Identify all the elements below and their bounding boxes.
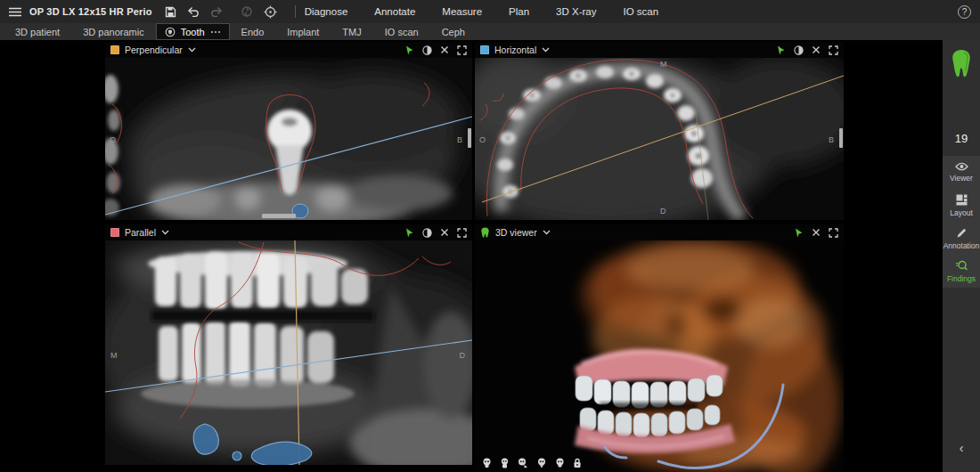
fullscreen-icon[interactable] <box>829 45 838 55</box>
lock-icon[interactable] <box>573 458 582 468</box>
help-icon[interactable]: ? <box>958 5 971 19</box>
titlebar: OP 3D LX 12x15 HR Perio Diagnose Annotat… <box>0 0 980 23</box>
viewport-parallel-tools <box>404 228 467 238</box>
sync-icon[interactable] <box>241 5 253 18</box>
chevron-down-icon[interactable] <box>161 230 169 235</box>
tab-implant[interactable]: Implant <box>275 23 331 40</box>
toolbar <box>165 5 277 19</box>
orientation-label-m: M <box>660 60 667 69</box>
toggle-skull-icon[interactable] <box>482 458 492 468</box>
menu-item-annotate[interactable]: Annotate <box>374 6 415 17</box>
viewport-3d-viewer: 3D viewer <box>475 224 844 472</box>
viewport-perpendicular-tools <box>404 45 467 55</box>
more-options-icon[interactable] <box>210 30 221 34</box>
sidebar-item-label: Findings <box>947 274 976 283</box>
pointer-tool-icon[interactable] <box>776 45 786 55</box>
contrast-icon[interactable] <box>794 45 804 55</box>
3d-layer-toolbar <box>482 458 582 468</box>
orientation-label-o: O <box>110 135 116 144</box>
fullscreen-icon[interactable] <box>457 228 467 238</box>
viewport-3d-tools <box>794 228 838 238</box>
tab-ceph[interactable]: Ceph <box>430 23 477 40</box>
eye-icon <box>955 162 968 171</box>
contrast-icon[interactable] <box>422 228 432 238</box>
viewport-horizontal-tools <box>776 45 838 55</box>
redo-icon[interactable] <box>210 6 223 17</box>
perpendicular-ct-image[interactable] <box>105 58 472 220</box>
chevron-down-icon[interactable] <box>543 230 551 235</box>
viewport-3d-label[interactable]: 3D viewer <box>495 227 537 238</box>
app-title: OP 3D LX 12x15 HR Perio <box>29 6 152 17</box>
tooth-workflow-icon <box>165 27 176 37</box>
toggle-maxilla-icon[interactable] <box>500 458 510 468</box>
workflow-tabbar: 3D patient 3D panoramic Tooth Endo Impla… <box>0 23 980 40</box>
tab-tooth-label: Tooth <box>181 27 205 37</box>
pointer-tool-icon[interactable] <box>404 228 414 238</box>
close-icon[interactable] <box>812 228 821 237</box>
sidebar-item-annotation[interactable]: Annotation <box>943 222 980 255</box>
sidebar-item-findings[interactable]: Findings <box>943 255 980 288</box>
undo-icon[interactable] <box>187 6 200 17</box>
viewport-parallel-header: Parallel <box>105 224 472 240</box>
perpendicular-color-swatch <box>110 45 119 54</box>
hamburger-menu-icon[interactable] <box>9 7 21 17</box>
toggle-mandible-icon[interactable] <box>518 458 528 468</box>
viewport-perpendicular: Perpendicular <box>105 42 472 220</box>
chevron-down-icon[interactable] <box>542 47 550 53</box>
close-icon[interactable] <box>440 45 449 54</box>
pointer-tool-icon[interactable] <box>404 45 414 55</box>
layout-grid-icon <box>956 194 968 206</box>
tab-tooth[interactable]: Tooth <box>156 23 230 40</box>
orientation-label-b: B <box>457 135 462 144</box>
sidebar-item-label: Viewer <box>950 174 973 183</box>
right-sidebar: 19 Viewer Layout Annotation Findings <box>943 40 980 472</box>
tooth-number: 19 <box>943 132 980 145</box>
findings-search-icon <box>955 260 968 272</box>
viewport-horizontal-header: Horizontal <box>475 42 844 58</box>
slice-scrollbar-horizontal[interactable] <box>262 214 296 218</box>
main-menu: Diagnose Annotate Measure Plan 3D X-ray … <box>305 6 658 17</box>
save-icon[interactable] <box>165 6 176 18</box>
horizontal-ct-image[interactable] <box>475 58 844 220</box>
menu-item-3d-xray[interactable]: 3D X-ray <box>556 6 596 17</box>
toggle-upper-scan-icon[interactable] <box>536 458 547 468</box>
main-area: Perpendicular <box>0 40 980 472</box>
fullscreen-icon[interactable] <box>457 45 467 55</box>
toggle-lower-scan-icon[interactable] <box>555 458 565 468</box>
horizontal-color-swatch <box>480 45 489 54</box>
tab-io-scan[interactable]: IO scan <box>373 23 430 40</box>
menu-item-diagnose[interactable]: Diagnose <box>305 6 348 17</box>
viewport-horizontal-label[interactable]: Horizontal <box>494 45 536 55</box>
sidebar-item-layout[interactable]: Layout <box>943 189 980 222</box>
slice-scrollbar-vertical[interactable] <box>839 128 843 148</box>
orientation-label-d: D <box>460 351 466 360</box>
pointer-tool-icon[interactable] <box>794 228 804 238</box>
chevron-down-icon[interactable] <box>188 47 196 53</box>
tab-3d-panoramic[interactable]: 3D panoramic <box>71 23 155 40</box>
tab-tmj[interactable]: TMJ <box>331 23 372 40</box>
viewport-perpendicular-label[interactable]: Perpendicular <box>125 45 183 55</box>
menu-item-plan[interactable]: Plan <box>509 6 529 17</box>
sidebar-collapse-icon[interactable]: ‹ <box>943 442 980 454</box>
tab-3d-patient[interactable]: 3D patient <box>4 23 71 40</box>
fullscreen-icon[interactable] <box>829 228 838 238</box>
slice-scrollbar-vertical[interactable] <box>468 128 471 148</box>
viewport-horizontal: Horizontal <box>475 42 844 220</box>
app-window: OP 3D LX 12x15 HR Perio Diagnose Annotat… <box>0 0 980 472</box>
pencil-icon <box>956 227 968 239</box>
tab-endo[interactable]: Endo <box>230 23 276 40</box>
sidebar-item-label: Annotation <box>943 241 980 250</box>
sidebar-nav: Viewer Layout Annotation Findings <box>943 156 980 288</box>
parallel-ct-image[interactable] <box>105 240 472 465</box>
contrast-icon[interactable] <box>422 45 432 55</box>
selected-tooth-icon <box>950 49 973 81</box>
3d-render-image[interactable] <box>475 240 844 472</box>
viewport-parallel-label[interactable]: Parallel <box>125 227 156 238</box>
close-icon[interactable] <box>440 228 449 237</box>
close-icon[interactable] <box>812 45 821 54</box>
menu-item-measure[interactable]: Measure <box>442 6 482 17</box>
sidebar-item-viewer[interactable]: Viewer <box>943 156 980 189</box>
viewport-perpendicular-header: Perpendicular <box>105 42 472 58</box>
menu-item-io-scan[interactable]: IO scan <box>623 6 658 17</box>
reset-view-icon[interactable] <box>264 5 277 19</box>
